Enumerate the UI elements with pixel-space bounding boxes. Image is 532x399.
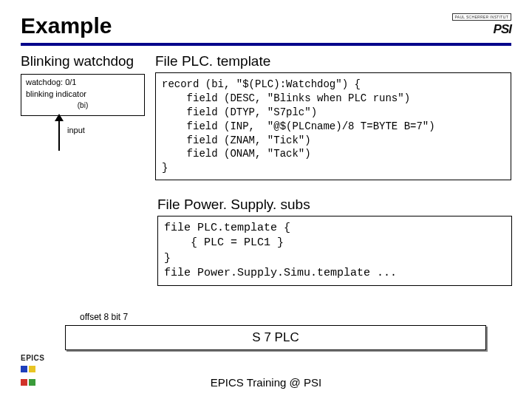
file1-label: File PLC. template [155,53,511,69]
watchdog-line1: watchdog: 0/1 [26,78,140,86]
title-divider [21,43,511,46]
watchdog-heading: Blinking watchdog [21,53,145,69]
epics-square-green-icon [29,379,35,386]
input-arrow-icon [54,111,64,151]
epics-square-yellow-icon [29,366,35,372]
plc-box: S 7 PLC [65,325,486,350]
epics-square-red-icon [21,379,27,386]
file2-label: File Power. Supply. subs [157,197,511,213]
slide-title: Example [21,13,112,38]
watchdog-line3: (bi) [26,101,140,109]
psi-logo: PAUL SCHERRER INSTITUT PSI [423,13,511,37]
psi-logo-small: PAUL SCHERRER INSTITUT [452,13,511,21]
offset-label: offset 8 bit 7 [80,312,128,322]
file2-code: file PLC.template { { PLC = PLC1 } } fil… [157,216,512,286]
input-label: input [67,126,85,134]
file1-code: record (bi, "$(PLC):Watchdog") { field (… [155,72,511,180]
epics-square-blue-icon [21,366,27,372]
epics-logo: EPICS [21,354,53,389]
footer-text: EPICS Training @ PSI [0,376,532,389]
watchdog-line2: blinking indicator [26,89,140,98]
connector-line [92,201,93,312]
watchdog-box: watchdog: 0/1 blinking indicator (bi) in… [21,74,145,116]
epics-logo-text: EPICS [21,354,53,362]
psi-logo-big: PSI [494,22,511,37]
